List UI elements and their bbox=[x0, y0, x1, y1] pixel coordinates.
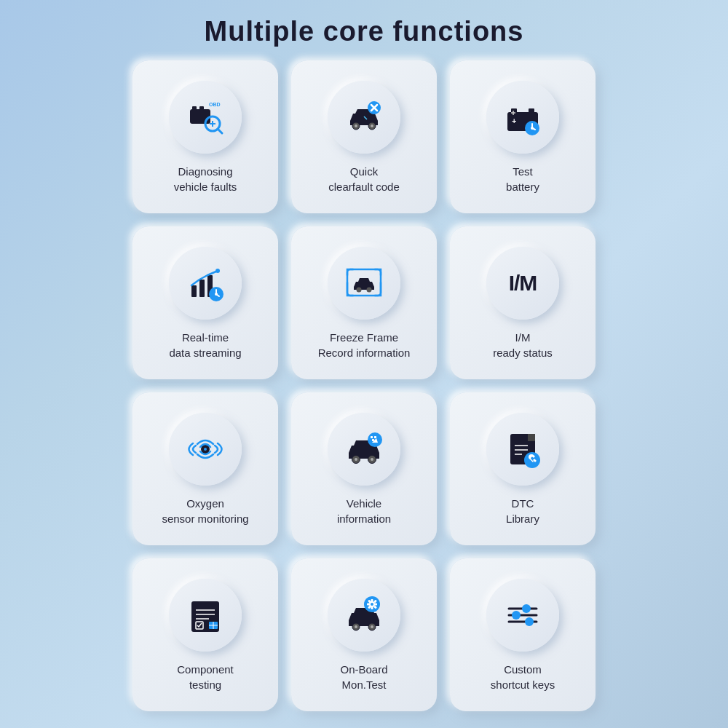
card-im-ready: I/M I/Mready status bbox=[450, 226, 596, 379]
card-freeze-frame: Freeze FrameRecord information bbox=[291, 226, 437, 379]
card-test-battery: + - Testbattery bbox=[450, 60, 596, 213]
svg-rect-70 bbox=[371, 606, 373, 609]
vehicle-information-icon-circle bbox=[328, 413, 400, 486]
freeze-frame-label: Freeze FrameRecord information bbox=[318, 330, 411, 360]
svg-point-41 bbox=[355, 458, 357, 461]
diagnosing-vehicle-faults-label: Diagnosingvehicle faults bbox=[174, 164, 237, 194]
svg-point-68 bbox=[371, 603, 373, 606]
svg-point-33 bbox=[215, 293, 218, 296]
svg-line-5 bbox=[218, 129, 222, 133]
component-testing-label: Componenttesting bbox=[177, 662, 234, 692]
card-realtime-data: Real-timedata streaming bbox=[132, 226, 278, 379]
svg-text:OBD: OBD bbox=[209, 102, 221, 107]
page-title: Multiple core functions bbox=[0, 0, 728, 60]
onboard-mon-icon-circle bbox=[328, 579, 400, 652]
im-text: I/M bbox=[509, 271, 537, 296]
custom-shortcut-label: Customshortcut keys bbox=[491, 662, 555, 692]
diagnosing-vehicle-faults-icon-circle: OBD bbox=[169, 81, 242, 154]
vehicle-information-label: Vehicleinformation bbox=[337, 496, 391, 526]
svg-rect-49 bbox=[528, 434, 535, 441]
card-diagnosing-vehicle-faults: OBD Diagnosingvehicle faults bbox=[132, 60, 278, 213]
svg-point-36 bbox=[367, 288, 372, 293]
svg-point-82 bbox=[525, 617, 534, 626]
svg-point-9 bbox=[355, 124, 357, 127]
test-battery-label: Testbattery bbox=[506, 164, 539, 194]
chart-stream-icon bbox=[184, 262, 226, 304]
realtime-data-icon-circle bbox=[169, 247, 242, 320]
features-grid: OBD Diagnosingvehicle faults bbox=[0, 60, 728, 711]
svg-rect-2 bbox=[199, 106, 204, 111]
svg-point-81 bbox=[512, 611, 521, 620]
custom-shortcut-icon-circle bbox=[486, 579, 559, 652]
quick-clearfault-label: Quickclearfault code bbox=[328, 164, 400, 194]
car-clear-icon bbox=[343, 96, 385, 138]
svg-rect-47 bbox=[372, 439, 374, 441]
card-vehicle-information: Vehicleinformation bbox=[291, 392, 437, 545]
svg-point-11 bbox=[371, 124, 373, 127]
svg-rect-69 bbox=[371, 599, 373, 602]
svg-text:+: + bbox=[512, 116, 516, 125]
im-ready-label: I/Mready status bbox=[493, 330, 553, 360]
svg-rect-17 bbox=[529, 108, 534, 113]
dtc-icon bbox=[502, 428, 544, 470]
oxygen-sensor-icon-circle bbox=[169, 413, 242, 486]
dtc-library-icon-circle bbox=[486, 413, 559, 486]
svg-point-29 bbox=[215, 269, 220, 273]
realtime-data-label: Real-timedata streaming bbox=[169, 330, 241, 360]
card-component-testing: Componenttesting bbox=[132, 558, 278, 711]
svg-point-43 bbox=[371, 458, 373, 461]
svg-point-39 bbox=[204, 448, 207, 451]
card-quick-clearfault-code: Quickclearfault code bbox=[291, 60, 437, 213]
svg-point-25 bbox=[531, 127, 534, 130]
svg-rect-71 bbox=[367, 604, 370, 606]
svg-point-80 bbox=[522, 604, 531, 613]
svg-rect-27 bbox=[199, 280, 205, 297]
svg-rect-0 bbox=[190, 109, 210, 124]
shortcut-icon bbox=[502, 594, 544, 636]
quick-clearfault-icon-circle bbox=[328, 81, 400, 154]
svg-rect-46 bbox=[374, 436, 376, 438]
card-onboard-mon-test: On-BoardMon.Test bbox=[291, 558, 437, 711]
svg-rect-16 bbox=[511, 108, 517, 113]
freeze-frame-icon-circle bbox=[328, 247, 400, 320]
oxygen-sensor-label: Oxygensensor monitoring bbox=[162, 496, 248, 526]
test-battery-icon-circle: + - bbox=[486, 81, 559, 154]
svg-point-35 bbox=[357, 288, 362, 293]
vehicle-info-icon bbox=[343, 428, 385, 470]
im-ready-icon-circle: I/M bbox=[486, 247, 559, 320]
svg-rect-1 bbox=[192, 106, 197, 111]
dtc-library-label: DTCLibrary bbox=[506, 496, 539, 526]
svg-rect-26 bbox=[191, 285, 197, 297]
card-custom-shortcut: Customshortcut keys bbox=[450, 558, 596, 711]
onboard-icon bbox=[343, 594, 385, 636]
svg-rect-45 bbox=[371, 436, 373, 438]
card-oxygen-sensor: Oxygensensor monitoring bbox=[132, 392, 278, 545]
svg-point-65 bbox=[371, 625, 373, 628]
svg-rect-72 bbox=[374, 604, 377, 606]
freeze-frame-icon bbox=[343, 262, 385, 304]
battery-icon: + - bbox=[502, 96, 544, 138]
svg-point-63 bbox=[355, 625, 357, 628]
component-testing-icon-circle bbox=[169, 579, 242, 652]
card-dtc-library: DTCLibrary bbox=[450, 392, 596, 545]
onboard-mon-label: On-BoardMon.Test bbox=[340, 662, 387, 692]
obd-scan-icon: OBD bbox=[184, 96, 226, 138]
oxygen-sensor-icon bbox=[184, 428, 226, 470]
component-icon bbox=[184, 594, 226, 636]
